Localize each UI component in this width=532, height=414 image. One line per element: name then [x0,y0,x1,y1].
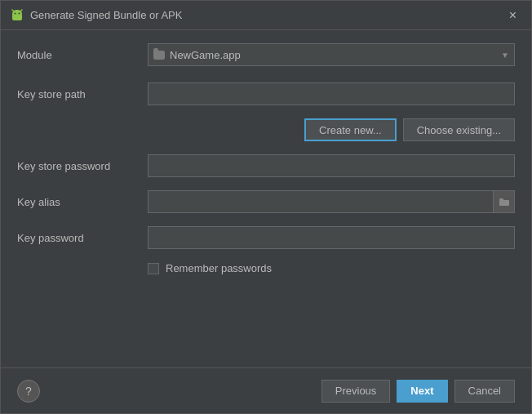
key-password-label: Key password [17,232,148,244]
svg-rect-1 [12,14,22,20]
svg-point-5 [19,12,20,14]
svg-line-3 [20,10,22,11]
module-dropdown[interactable]: NewGame.app ▼ [148,43,515,66]
title-bar: Generate Signed Bundle or APK × [1,1,531,30]
module-select-inner: NewGame.app [153,49,501,61]
footer-buttons: Previous Next Cancel [321,380,515,403]
next-button[interactable]: Next [397,380,447,403]
keystore-buttons-row: Create new... Choose existing... [17,118,515,141]
key-store-path-input[interactable] [148,82,515,105]
remember-passwords-checkbox[interactable] [148,263,159,274]
help-button[interactable]: ? [17,380,40,403]
title-bar-left: Generate Signed Bundle or APK [11,9,182,22]
module-row: Module NewGame.app ▼ [17,43,515,66]
chevron-down-icon: ▼ [501,51,509,60]
choose-existing-button[interactable]: Choose existing... [403,118,515,141]
key-store-password-row: Key store password [17,154,515,177]
module-label: Module [17,49,148,61]
close-button[interactable]: × [504,7,521,24]
key-alias-browse-button[interactable] [493,191,514,212]
svg-rect-6 [499,200,509,206]
svg-line-2 [12,10,14,11]
key-alias-label: Key alias [17,196,148,208]
key-alias-input-wrapper [148,190,515,213]
key-store-path-label: Key store path [17,88,148,100]
key-password-row: Key password [17,226,515,249]
dialog-footer: ? Previous Next Cancel [1,367,531,413]
folder-browse-icon [499,198,509,206]
key-alias-row: Key alias [17,190,515,213]
module-value: NewGame.app [170,49,241,61]
android-icon [11,9,24,22]
previous-button[interactable]: Previous [321,380,391,403]
svg-point-4 [15,12,16,14]
dialog-title: Generate Signed Bundle or APK [30,9,182,21]
remember-passwords-row: Remember passwords [17,262,515,274]
svg-rect-7 [499,198,503,201]
key-store-path-row: Key store path [17,82,515,105]
folder-icon [153,51,165,60]
key-password-input[interactable] [148,226,515,249]
dialog-content: Module NewGame.app ▼ Key store path Crea… [1,30,531,367]
remember-passwords-label[interactable]: Remember passwords [148,262,272,274]
key-alias-input[interactable] [149,191,493,212]
remember-passwords-text: Remember passwords [166,262,272,274]
dialog: Generate Signed Bundle or APK × Module N… [0,0,532,414]
cancel-button[interactable]: Cancel [454,380,515,403]
key-store-password-input[interactable] [148,154,515,177]
key-store-password-label: Key store password [17,160,148,172]
create-new-button[interactable]: Create new... [304,118,397,141]
